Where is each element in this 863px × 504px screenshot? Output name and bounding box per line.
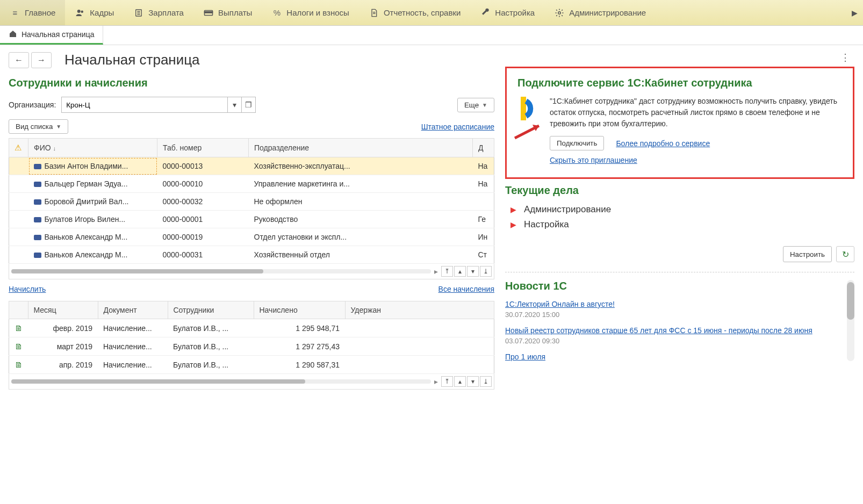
list-view-button[interactable]: Вид списка▼ [9,119,68,134]
scroll-thumb[interactable] [11,269,263,273]
col-d[interactable]: Д [473,139,494,157]
accrue-link[interactable]: Начислить [9,285,46,293]
news-title: Новости 1С [505,280,842,292]
table-row[interactable]: Боровой Дмитрий Вал...0000-00032Не оформ… [9,193,494,211]
col-tab[interactable]: Таб. номер [157,139,249,157]
todo-item-admin[interactable]: ▶Администрирование [510,204,854,215]
news-date: 30.07.2020 15:00 [505,311,842,319]
scroll-thumb[interactable] [11,379,305,384]
scroll-right-icon[interactable]: ▸ [434,377,438,386]
org-open-button[interactable]: ❐ [242,97,256,113]
nav-back-button[interactable]: ← [9,52,29,68]
h-scrollbar[interactable] [11,379,431,384]
org-select: ▾ ❐ [61,97,256,113]
news-link[interactable]: Новый реестр сотрудников старше 65 лет д… [505,326,842,335]
page-header: ← → Начальная страница [9,52,494,68]
v-scrollbar[interactable] [847,280,854,361]
table-row[interactable]: Базин Антон Владими...0000-00013Хозяйств… [9,157,494,175]
calc-icon [133,8,144,18]
toolbar-item-nalogi[interactable]: %Налоги и взносы [262,0,359,25]
col-warn[interactable]: ⚠ [9,139,28,157]
org-dropdown-button[interactable]: ▾ [228,97,242,113]
news-link[interactable]: Про 1 июля [505,352,842,361]
more-button[interactable]: Еще▼ [457,98,494,112]
table-row[interactable]: Бальцер Герман Эдуа...0000-00010Управлен… [9,175,494,193]
nav-forward-button[interactable]: → [31,52,52,68]
list-view-label: Вид списка [16,123,53,131]
promo-more-link[interactable]: Более подробно о сервисе [616,139,710,148]
caret-down-icon: ▼ [56,124,61,129]
staff-schedule-link[interactable]: Штатное расписание [421,123,494,131]
warning-icon: ⚠ [15,143,21,152]
scroll-down-button[interactable]: ▾ [467,376,479,387]
scroll-up-button[interactable]: ▴ [454,266,466,277]
col-amount[interactable]: Начислено [254,301,345,319]
col-month[interactable]: Месяц [28,301,98,319]
all-accruals-link[interactable]: Все начисления [438,285,494,293]
promo-title: Подключите сервис 1С:Кабинет сотрудника [517,77,842,89]
table-row[interactable]: Булатов Игорь Вилен...0000-00001Руководс… [9,211,494,228]
separator [505,272,854,272]
content-area: ← → Начальная страница Сотрудники и начи… [0,45,863,396]
col-icon[interactable] [9,301,28,319]
more-label: Еще [464,101,479,109]
table-row[interactable]: 🗎март 2019Начисление...Булатов И.В., ...… [9,337,494,356]
list-actions-row: Вид списка▼ Штатное расписание [9,119,494,134]
toolbar-item-nastroyka[interactable]: Настройка [470,0,544,25]
col-emp[interactable]: Сотрудники [168,301,254,319]
promo-hide-link[interactable]: Скрыть это приглашение [550,156,637,164]
employee-badge-icon [34,235,41,240]
connect-button[interactable]: Подключить [550,136,604,150]
toolbar-item-admin[interactable]: Администрирование [544,0,656,25]
col-doc[interactable]: Документ [98,301,168,319]
news-link[interactable]: 1С:Лекторий Онлайн в августе! [505,300,842,308]
left-panel: ← → Начальная страница Сотрудники и начи… [9,52,494,390]
scroll-right-icon[interactable]: ▸ [434,267,438,276]
table-row[interactable]: Ваньков Александр М...0000-00031Хозяйств… [9,246,494,264]
doc-icon [369,8,379,18]
scroll-top-button[interactable]: ⤒ [441,266,453,277]
gear-icon [554,8,565,18]
toolbar-expand-button[interactable]: ▶ [846,9,863,17]
employee-badge-icon [34,164,41,169]
col-dept[interactable]: Подразделение [249,139,473,157]
employees-scroll-strip: ▸ ⤒ ▴ ▾ ⤓ [9,264,494,279]
toolbar-item-vyplaty[interactable]: Выплаты [193,0,262,25]
kebab-menu-button[interactable]: ⋮ [836,52,854,63]
svg-point-10 [558,11,561,14]
scroll-bottom-button[interactable]: ⤓ [480,376,492,387]
tab-home[interactable]: Начальная страница [0,26,103,45]
wrench-icon [480,8,491,18]
caret-down-icon: ▼ [482,102,487,108]
percent-icon: % [271,8,282,18]
scroll-up-button[interactable]: ▴ [454,376,466,387]
scroll-bottom-button[interactable]: ⤓ [480,266,492,277]
toolbar-label: Кадры [90,8,114,17]
sort-asc-icon: ↓ [53,145,56,152]
org-label: Организация: [9,100,56,109]
scroll-thumb[interactable] [847,282,854,320]
toolbar-label: Главное [25,8,55,17]
tab-label: Начальная страница [21,30,94,39]
todo-item-settings[interactable]: ▶Настройка [510,219,854,230]
toolbar-label: Зарплата [148,8,184,17]
svg-rect-7 [204,11,212,12]
org-input[interactable] [61,97,228,113]
toolbar-item-kadry[interactable]: Кадры [65,0,124,25]
scroll-down-button[interactable]: ▾ [467,266,479,277]
refresh-button[interactable]: ↻ [836,246,854,262]
toolbar-item-main[interactable]: ≡Главное [0,0,65,25]
accruals-table: Месяц Документ Сотрудники Начислено Удер… [9,301,494,374]
document-ok-icon: 🗎 [15,342,23,351]
toolbar-item-zarplata[interactable]: Зарплата [124,0,193,25]
employee-badge-icon [34,199,41,205]
table-row[interactable]: 🗎февр. 2019Начисление...Булатов И.В., ..… [9,319,494,337]
scroll-top-button[interactable]: ⤒ [441,376,453,387]
configure-button[interactable]: Настроить [783,246,832,262]
col-fio[interactable]: ФИО↓ [28,139,157,157]
h-scrollbar[interactable] [11,269,431,273]
toolbar-item-otchet[interactable]: Отчетность, справки [359,0,470,25]
table-row[interactable]: Ваньков Александр М...0000-00019Отдел ус… [9,228,494,246]
table-row[interactable]: 🗎апр. 2019Начисление...Булатов И.В., ...… [9,356,494,374]
col-held[interactable]: Удержан [345,301,494,319]
